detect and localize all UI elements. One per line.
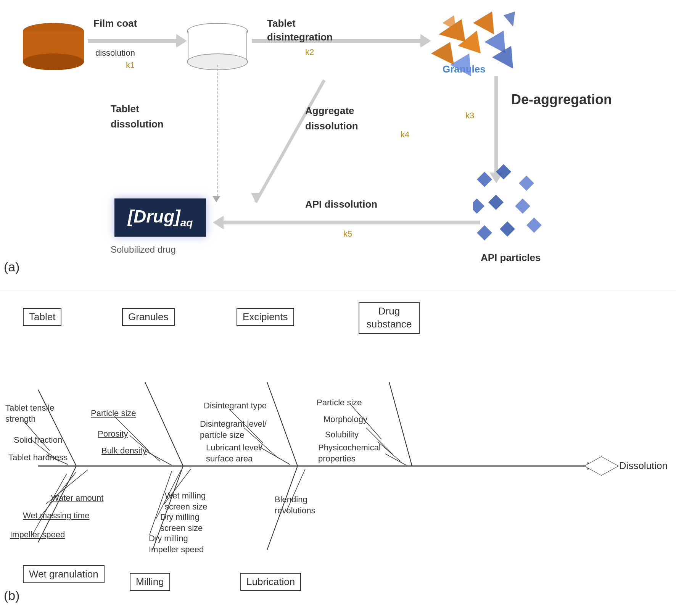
dry-milling-impeller-label: Dry millingImpeller speed [149, 533, 204, 555]
svg-marker-13 [519, 176, 534, 191]
granules-porosity-label: Porosity [98, 429, 128, 440]
dissolution-diamond-svg [584, 441, 619, 491]
svg-line-9 [256, 80, 324, 202]
drug-substance-box: Drugsubstance [359, 302, 420, 334]
lubrication-box: Lubrication [240, 573, 301, 591]
k4-label: k4 [401, 130, 409, 140]
wet-granulation-box: Wet granulation [23, 565, 105, 583]
tablet-dissolution-label: Tablet [111, 103, 139, 115]
svg-marker-16 [515, 198, 530, 214]
solubilized-label: Solubilized drug [111, 244, 176, 255]
drug-box: [Drug]aq [114, 198, 206, 237]
panel-a-label: (a) [4, 260, 20, 274]
brown-tablet [23, 23, 84, 65]
svg-marker-3 [473, 11, 494, 34]
wet-massing-time-label: Wet massing time [23, 510, 89, 521]
ds-solubility-label: Solubility [325, 429, 359, 440]
ds-particle-size-label: Particle size [317, 397, 362, 408]
svg-marker-8 [504, 11, 515, 27]
tablet-hardness-label: Tablet hardness [8, 452, 68, 463]
svg-marker-4 [484, 31, 505, 53]
water-amount-label: Water amount [51, 493, 103, 504]
disintegrant-type-label: Disintegrant type [204, 400, 267, 411]
dissolution-diamond-wrap: Dissolution [584, 443, 668, 489]
granules-box: Granules [122, 308, 175, 326]
granules-bulk-density-label: Bulk density [101, 445, 147, 456]
panel-b: (b) [0, 290, 676, 611]
svg-marker-17 [477, 225, 492, 240]
svg-line-29 [145, 451, 172, 465]
milling-box: Milling [130, 573, 170, 591]
k1-label: k1 [126, 60, 135, 70]
svg-marker-19 [526, 218, 542, 233]
api-particles-label: API particles [481, 252, 541, 264]
tablet-tensile-label: Tablet tensilestrength [5, 403, 54, 424]
dissolution-text: Dissolution [619, 460, 668, 472]
svg-line-38 [385, 454, 406, 465]
blending-revolutions-label: Blendingrevolutions [275, 494, 315, 516]
api-particles [473, 164, 549, 248]
svg-marker-11 [477, 172, 492, 187]
panel-a: (a) Film coat dissolution k1 Tablet disi… [0, 0, 676, 290]
arrow-film-coat [88, 37, 187, 45]
dissolution-k1-label: dissolution [95, 48, 135, 58]
dissolution2-label: dissolution [111, 118, 164, 130]
wet-milling-label: Wet millingscreen size [165, 490, 207, 512]
impeller-speed-label: Impeller speed [10, 529, 65, 540]
drug-box-text: [Drug]aq [128, 206, 193, 229]
granules-particle-size-label: Particle size [91, 408, 136, 419]
svg-line-33 [259, 447, 290, 464]
svg-line-37 [378, 442, 401, 461]
svg-marker-15 [488, 195, 504, 210]
excipients-box: Excipients [237, 308, 294, 326]
aggregate-dissolution-label: Aggregate [305, 105, 354, 117]
ds-physicochemical-label: Physicochemicalproperties [318, 442, 381, 464]
svg-marker-14 [473, 198, 484, 214]
svg-marker-49 [584, 456, 619, 475]
k5-label: k5 [343, 229, 352, 239]
dry-milling-label: Dry millingscreen size [160, 512, 203, 534]
lubricant-level-label: Lubricant level/surface area [206, 442, 262, 464]
k2-label: k2 [305, 47, 314, 57]
arrow-api-dissolution [213, 218, 480, 227]
deaggregation-label: De-aggregation [511, 92, 612, 108]
tablet-label: Tablet [267, 18, 296, 29]
film-coat-label: Film coat [93, 18, 137, 29]
api-dissolution-label: API dissolution [305, 198, 377, 210]
solid-fraction-label: Solid fraction [14, 435, 62, 446]
arrow-tablet-dissolution [217, 65, 218, 202]
tablet-box: Tablet [23, 308, 61, 326]
dissolution3-label: dissolution [305, 120, 358, 132]
svg-line-30 [267, 382, 298, 466]
white-tablet [187, 23, 248, 65]
svg-line-42 [32, 474, 67, 535]
svg-marker-12 [496, 164, 511, 179]
ds-morphology-label: Morphology [324, 414, 367, 425]
svg-line-34 [389, 382, 412, 466]
disintegration-label: disintegration [267, 31, 333, 43]
disintegrant-level-label: Disintegrant level/particle size [200, 419, 267, 440]
svg-marker-18 [500, 221, 515, 237]
